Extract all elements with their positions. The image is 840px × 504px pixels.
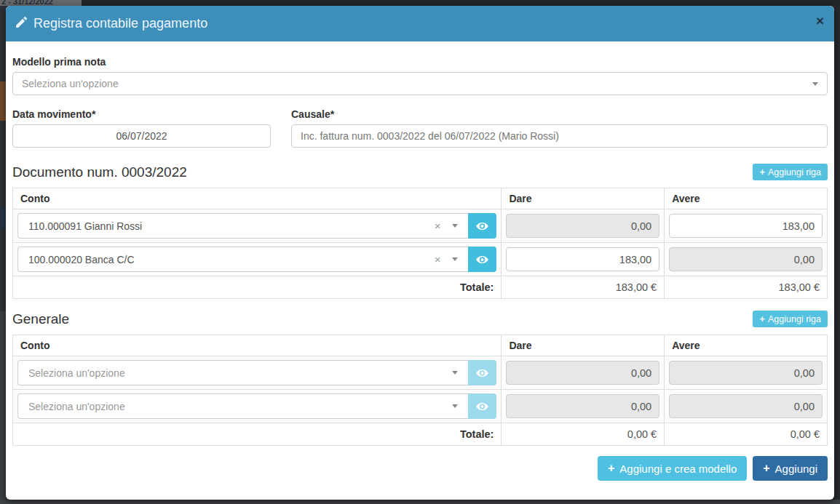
total-label: Totale: <box>13 276 502 299</box>
conto-select[interactable]: Seleziona un'opzione <box>17 393 468 419</box>
total-dare: 0,00 € <box>502 423 665 446</box>
conto-select-group: 100.000020 Banca C/C × <box>17 247 496 272</box>
backdrop-fragment-gray <box>0 311 6 500</box>
page-fragment-background: 2 - 31/12/2022 <box>0 0 82 6</box>
causale-label: Causale* <box>291 108 828 120</box>
documento-col-avere: Avere <box>665 188 828 209</box>
date-causale-row: Data movimento* Causale* <box>12 108 828 148</box>
eye-icon <box>476 255 488 264</box>
total-label: Totale: <box>13 423 502 446</box>
modal-footer: + Aggiungi e crea modello + Aggiungi <box>12 456 828 489</box>
generale-add-row-button[interactable]: + Aggiungi riga <box>753 311 828 327</box>
eye-icon <box>476 222 488 231</box>
total-avere: 183,00 € <box>665 276 828 299</box>
table-row: 110.000091 Gianni Rossi × <box>13 209 828 243</box>
conto-placeholder: Seleziona un'opzione <box>28 401 125 412</box>
generale-col-avere: Avere <box>665 335 828 356</box>
backdrop-right-sliver <box>834 6 840 500</box>
avere-input <box>669 394 823 418</box>
generale-total-row: Totale: 0,00 € 0,00 € <box>13 423 828 446</box>
modello-label: Modello prima nota <box>12 56 828 68</box>
total-avere: 0,00 € <box>665 423 828 446</box>
generale-section-header: Generale + Aggiungi riga <box>12 311 828 327</box>
eye-icon <box>476 369 488 377</box>
plus-icon: + <box>759 167 765 177</box>
backdrop-top-strip: 2 - 31/12/2022 <box>0 0 840 6</box>
chevron-down-icon <box>452 404 458 408</box>
table-row: Seleziona un'opzione <box>13 390 828 423</box>
chevron-down-icon <box>452 371 458 375</box>
close-icon[interactable]: × <box>816 14 824 28</box>
backdrop-fragment-navy <box>0 207 6 229</box>
chevron-down-icon <box>812 82 818 86</box>
add-row-label: Aggiungi riga <box>768 167 821 177</box>
eye-button[interactable] <box>468 213 496 239</box>
add-and-create-model-button[interactable]: + Aggiungi e crea modello <box>598 456 747 481</box>
modal-body: Modello prima nota Seleziona un'opzione … <box>6 41 834 489</box>
conto-select[interactable]: 100.000020 Banca C/C × <box>17 247 468 272</box>
documento-total-row: Totale: 183,00 € 183,00 € <box>13 276 828 299</box>
plus-icon: + <box>759 313 765 324</box>
dare-input <box>506 214 659 238</box>
causale-input[interactable] <box>291 124 828 148</box>
add-button[interactable]: + Aggiungi <box>753 456 828 481</box>
chevron-down-icon <box>452 257 458 261</box>
dare-input <box>506 394 659 418</box>
generale-col-dare: Dare <box>502 335 665 356</box>
modello-placeholder: Seleziona un'opzione <box>22 78 119 89</box>
causale-column: Causale* <box>291 108 828 148</box>
clear-icon[interactable]: × <box>435 220 441 231</box>
eye-icon <box>476 402 488 411</box>
total-dare: 183,00 € <box>502 276 665 299</box>
modal-header: Registra contabile pagamento × <box>6 6 834 41</box>
register-payment-modal: Registra contabile pagamento × Modello p… <box>6 6 834 500</box>
conto-select-group: Seleziona un'opzione <box>17 393 496 419</box>
avere-input <box>669 247 823 271</box>
pencil-icon <box>16 17 27 31</box>
plus-icon: + <box>763 462 769 475</box>
conto-value: 100.000020 Banca C/C <box>28 254 135 265</box>
dare-input <box>506 361 659 385</box>
conto-select[interactable]: 110.000091 Gianni Rossi × <box>17 213 468 239</box>
eye-button <box>468 393 496 419</box>
add-row-label: Aggiungi riga <box>768 314 821 324</box>
modello-select[interactable]: Seleziona un'opzione <box>12 72 828 95</box>
plus-icon: + <box>608 462 614 475</box>
modal-title: Registra contabile pagamento <box>33 16 207 31</box>
table-row: Seleziona un'opzione <box>13 356 828 390</box>
generale-section-title: Generale <box>12 311 69 327</box>
generale-col-conto: Conto <box>13 335 502 356</box>
documento-table: Conto Dare Avere 110.000091 Gianni Rossi… <box>12 188 828 299</box>
chevron-down-icon <box>452 224 458 228</box>
conto-select[interactable]: Seleziona un'opzione <box>17 360 468 385</box>
documento-add-row-button[interactable]: + Aggiungi riga <box>753 164 828 180</box>
backdrop-fragment-brown <box>0 81 6 121</box>
date-label: Data movimento* <box>12 108 271 120</box>
documento-section-header: Documento num. 0003/2022 + Aggiungi riga <box>12 164 828 180</box>
conto-select-group: 110.000091 Gianni Rossi × <box>17 213 496 239</box>
dare-input[interactable] <box>506 247 659 271</box>
conto-select-group: Seleziona un'opzione <box>17 360 496 385</box>
backdrop-bottom-strip <box>0 500 840 504</box>
page-fragment-text: 2 - 31/12/2022 <box>1 0 53 6</box>
documento-section-title: Documento num. 0003/2022 <box>12 164 187 180</box>
avere-input[interactable] <box>669 214 823 238</box>
conto-placeholder: Seleziona un'opzione <box>28 367 125 379</box>
date-input[interactable] <box>12 124 271 148</box>
avere-input <box>669 361 823 385</box>
documento-col-conto: Conto <box>13 188 502 209</box>
conto-value: 110.000091 Gianni Rossi <box>28 220 142 232</box>
eye-button[interactable] <box>468 247 496 272</box>
date-column: Data movimento* <box>12 108 271 148</box>
table-row: 100.000020 Banca C/C × <box>13 243 828 276</box>
add-and-create-model-label: Aggiungi e crea modello <box>619 463 737 475</box>
add-label: Aggiungi <box>775 463 817 475</box>
clear-icon[interactable]: × <box>435 254 441 265</box>
backdrop-left-sliver <box>0 6 6 500</box>
generale-table: Conto Dare Avere Seleziona un'opzione <box>12 335 828 446</box>
eye-button <box>468 360 496 385</box>
documento-col-dare: Dare <box>502 188 665 209</box>
